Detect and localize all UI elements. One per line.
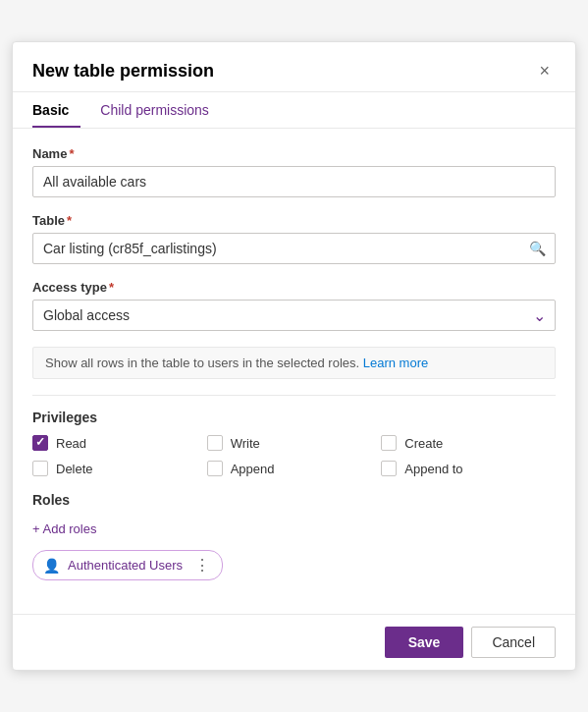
role-tag-authenticated: 👤 Authenticated Users ⋮ — [32, 550, 223, 580]
checkboxes-grid: Read Write Create Delete Append — [32, 435, 556, 476]
write-checkbox[interactable] — [207, 435, 223, 451]
access-type-wrapper: Global access ⌄ — [32, 300, 556, 331]
tabs-container: Basic Child permissions — [13, 92, 575, 129]
append-checkbox[interactable] — [207, 461, 223, 476]
checkbox-read[interactable]: Read — [32, 435, 207, 451]
name-group: Name* — [32, 146, 556, 197]
checkbox-delete[interactable]: Delete — [32, 461, 207, 476]
tab-child-permissions[interactable]: Child permissions — [100, 92, 220, 128]
privileges-title: Privileges — [32, 410, 556, 425]
user-icon: 👤 — [43, 558, 60, 574]
checkbox-append[interactable]: Append — [207, 461, 382, 476]
table-group: Table* 🔍 — [32, 213, 556, 264]
dialog-body: Name* Table* 🔍 Access type* Global acces… — [13, 129, 575, 614]
table-input[interactable] — [32, 233, 556, 264]
save-button[interactable]: Save — [385, 627, 464, 658]
tab-basic[interactable]: Basic — [32, 92, 80, 128]
learn-more-link[interactable]: Learn more — [363, 356, 428, 370]
access-type-label: Access type* — [32, 280, 556, 295]
table-label: Table* — [32, 213, 556, 228]
cancel-button[interactable]: Cancel — [471, 627, 556, 658]
add-roles-button[interactable]: + Add roles — [32, 518, 96, 540]
read-checkbox[interactable] — [32, 435, 48, 451]
dialog-title: New table permission — [32, 61, 214, 82]
checkbox-appendto[interactable]: Append to — [381, 461, 556, 476]
checkbox-write[interactable]: Write — [207, 435, 382, 451]
appendto-checkbox[interactable] — [381, 461, 397, 476]
roles-title: Roles — [32, 492, 556, 508]
name-label: Name* — [32, 146, 556, 161]
role-tags: 👤 Authenticated Users ⋮ — [32, 550, 556, 580]
name-input[interactable] — [32, 166, 556, 197]
roles-section: Roles + Add roles 👤 Authenticated Users … — [32, 492, 556, 580]
role-menu-icon[interactable]: ⋮ — [194, 556, 210, 575]
create-checkbox[interactable] — [381, 435, 397, 451]
table-input-wrapper: 🔍 — [32, 233, 556, 264]
new-table-permission-dialog: New table permission × Basic Child permi… — [12, 41, 576, 671]
checkbox-create[interactable]: Create — [381, 435, 556, 451]
access-type-select[interactable]: Global access — [32, 300, 556, 331]
divider — [32, 395, 556, 396]
dialog-header: New table permission × — [13, 42, 575, 92]
privileges-group: Privileges Read Write Create — [32, 410, 556, 476]
access-type-group: Access type* Global access ⌄ — [32, 280, 556, 331]
close-button[interactable]: × — [533, 60, 556, 82]
info-box: Show all rows in the table to users in t… — [32, 347, 556, 379]
dialog-footer: Save Cancel — [13, 614, 575, 670]
delete-checkbox[interactable] — [32, 461, 48, 476]
